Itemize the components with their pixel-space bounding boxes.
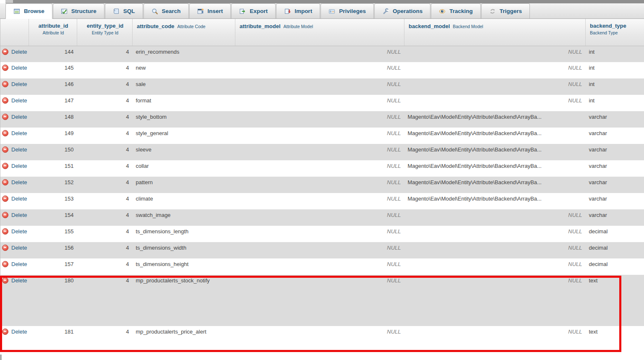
delete-icon[interactable] (2, 179, 8, 185)
delete-label: Delete (11, 114, 27, 120)
delete-row-link[interactable]: Delete (2, 329, 27, 335)
cell-attribute-id: 144 (29, 46, 77, 62)
delete-row-link[interactable]: Delete (2, 261, 27, 267)
delete-icon[interactable] (2, 130, 8, 136)
cell-entity-type-id: 4 (77, 226, 133, 242)
results-tbody: Delete1444erin_recommendsNULLNULLintDele… (0, 46, 644, 352)
null-value: NULL (387, 228, 401, 235)
table-row: Delete1454newNULLNULLint (0, 62, 644, 78)
left-scrollbar-thumb[interactable] (0, 355, 2, 360)
delete-row-link[interactable]: Delete (2, 163, 27, 169)
table-row: Delete1474formatNULLNULLint (0, 95, 644, 111)
table-row: Delete1554ts_dimensions_lengthNULLNULLde… (0, 226, 644, 242)
delete-label: Delete (11, 179, 27, 185)
tab-label: Triggers (500, 8, 522, 14)
cell-backend-model: NULL (404, 326, 586, 352)
cell-attribute-code: format (133, 95, 235, 111)
delete-icon[interactable] (2, 146, 8, 153)
cell-attribute-model: NULL (235, 275, 404, 326)
cell-backend-type: decimal (586, 226, 644, 242)
delete-row-link[interactable]: Delete (2, 130, 27, 136)
delete-icon[interactable] (2, 228, 8, 235)
delete-icon[interactable] (2, 196, 8, 202)
delete-icon[interactable] (2, 261, 8, 267)
delete-icon[interactable] (2, 212, 8, 218)
delete-label: Delete (11, 261, 27, 267)
column-header-attribute-id[interactable]: attribute_idAttribute Id (29, 19, 77, 46)
delete-icon[interactable] (2, 114, 8, 120)
tab-search[interactable]: Search (143, 3, 189, 18)
export-icon (239, 8, 246, 15)
tab-operations[interactable]: Operations (374, 3, 430, 18)
delete-row-link[interactable]: Delete (2, 97, 27, 104)
scrollbar-corner (0, 0, 5, 3)
delete-row-link[interactable]: Delete (2, 114, 27, 120)
table-row: Delete1574ts_dimensions_heightNULLNULLde… (0, 258, 644, 275)
cell-backend-model: NULL (404, 78, 586, 95)
table-row: Delete1514collarNULLMagento\Eav\Model\En… (0, 160, 644, 177)
row-actions-cell: Delete (0, 128, 29, 144)
column-header-attribute-model[interactable]: attribute_modelAttribute Model (235, 19, 404, 46)
delete-row-link[interactable]: Delete (2, 212, 27, 218)
cell-entity-type-id: 4 (77, 62, 133, 78)
cell-attribute-code: climate (133, 193, 235, 209)
cell-attribute-model: NULL (235, 111, 404, 128)
column-header-backend-type[interactable]: backend_typeBackend Type (586, 19, 644, 46)
cell-attribute-id: 154 (29, 209, 77, 226)
tab-browse[interactable]: Browse (5, 3, 52, 19)
cell-backend-type: int (586, 46, 644, 62)
column-comment: Backend Model (453, 24, 483, 29)
delete-row-link[interactable]: Delete (2, 146, 27, 153)
tab-tracking[interactable]: Tracking (431, 3, 481, 18)
delete-row-link[interactable]: Delete (2, 277, 27, 284)
cell-attribute-model: NULL (235, 62, 404, 78)
delete-icon[interactable] (2, 245, 8, 251)
null-value: NULL (387, 277, 401, 284)
delete-icon[interactable] (2, 97, 8, 104)
delete-row-link[interactable]: Delete (2, 49, 27, 55)
delete-icon[interactable] (2, 277, 8, 284)
tab-triggers[interactable]: Triggers (481, 3, 530, 18)
null-value: NULL (568, 212, 582, 218)
table-row: Delete1504sleeveNULLMagento\Eav\Model\En… (0, 144, 644, 160)
tab-export[interactable]: Export (231, 3, 276, 18)
cell-attribute-id: 151 (29, 160, 77, 177)
tab-label: Operations (393, 8, 422, 14)
top-scrollbar[interactable] (0, 0, 644, 3)
tab-insert[interactable]: Insert (189, 3, 231, 18)
column-header-backend-model[interactable]: backend_modelBackend Model (404, 19, 586, 46)
delete-icon[interactable] (2, 163, 8, 169)
row-actions-cell: Delete (0, 258, 29, 275)
null-value: NULL (568, 228, 582, 235)
cell-backend-model: NULL (404, 95, 586, 111)
cell-attribute-model: NULL (235, 128, 404, 144)
delete-icon[interactable] (2, 81, 8, 87)
tab-label: Browse (24, 8, 44, 14)
null-value: NULL (568, 245, 582, 251)
cell-entity-type-id: 4 (77, 95, 133, 111)
row-actions-cell: Delete (0, 275, 29, 326)
tab-import[interactable]: Import (276, 3, 320, 18)
delete-row-link[interactable]: Delete (2, 196, 27, 202)
tab-privileges[interactable]: Privileges (321, 3, 374, 18)
delete-icon[interactable] (2, 65, 8, 71)
delete-icon[interactable] (2, 49, 8, 55)
delete-row-link[interactable]: Delete (2, 65, 27, 71)
cell-backend-type: varchar (586, 193, 644, 209)
null-value: NULL (387, 245, 401, 251)
tab-sql[interactable]: SQL (105, 3, 143, 18)
null-value: NULL (387, 196, 401, 202)
delete-row-link[interactable]: Delete (2, 245, 27, 251)
column-header-entity-type-id[interactable]: entity_type_idEntity Type Id (77, 19, 133, 46)
scrollbar-thumb[interactable] (5, 0, 13, 3)
delete-icon[interactable] (2, 329, 8, 335)
delete-row-link[interactable]: Delete (2, 81, 27, 87)
column-name: attribute_id (33, 22, 73, 30)
delete-row-link[interactable]: Delete (2, 179, 27, 185)
table-row: Delete1804mp_productalerts_stock_notifyN… (0, 275, 644, 326)
tab-structure[interactable]: Structure (53, 3, 104, 18)
column-header-attribute-code[interactable]: attribute_codeAttribute Code (133, 19, 235, 46)
delete-row-link[interactable]: Delete (2, 228, 27, 235)
cell-entity-type-id: 4 (77, 144, 133, 160)
cell-backend-model: Magento\Eav\Model\Entity\Attribute\Backe… (404, 111, 586, 128)
